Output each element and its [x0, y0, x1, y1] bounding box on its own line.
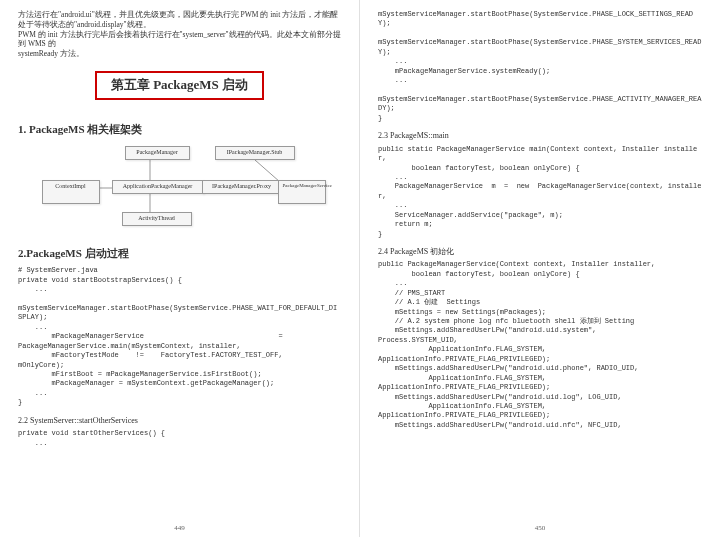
- section-2-title: 2.PackageMS 启动过程: [18, 246, 341, 260]
- framework-diagram: PackageManager IPackageManager.Stub Cont…: [40, 142, 320, 232]
- diagram-box-packagemanager: PackageManager: [125, 146, 190, 160]
- subsection-2-3: 2.3 PackageMS::main: [378, 131, 702, 141]
- diagram-box-pkgmgrservice: PackageManagerService: [278, 180, 326, 204]
- left-page: 方法运行在"android.ui"线程，并且优先级更高，因此要先执行完 PWM …: [0, 0, 360, 537]
- code-block-3: mSystemServiceManager.startBootPhase(Sys…: [378, 10, 702, 123]
- diagram-box-activitythread: ActivityThread: [122, 212, 192, 226]
- diagram-box-apppkgmgr: ApplicationPackageManager: [112, 180, 204, 194]
- diagram-box-proxy: IPackageManager.Proxy: [202, 180, 282, 194]
- svg-line-3: [255, 160, 280, 182]
- subsection-2-4: 2.4 PackageMS 初始化: [378, 247, 702, 257]
- right-page: mSystemServiceManager.startBootPhase(Sys…: [360, 0, 720, 537]
- page-number-left: 449: [0, 524, 359, 533]
- chapter-heading-wrap: 第五章 PackageMS 启动: [18, 67, 341, 112]
- code-block-1: # SystemServer.java private void startBo…: [18, 266, 341, 408]
- chapter-title: 第五章 PackageMS 启动: [95, 71, 264, 100]
- section-1-title: 1. PackageMS 相关框架类: [18, 122, 341, 136]
- page-spread: 方法运行在"android.ui"线程，并且优先级更高，因此要先执行完 PWM …: [0, 0, 720, 537]
- intro-p1: 方法运行在"android.ui"线程，并且优先级更高，因此要先执行完 PWM …: [18, 10, 341, 30]
- code-block-5: public PackageManagerService(Context con…: [378, 260, 702, 430]
- intro-text: 方法运行在"android.ui"线程，并且优先级更高，因此要先执行完 PWM …: [18, 10, 341, 59]
- code-block-2: private void startOtherServices() { ...: [18, 429, 341, 448]
- diagram-box-stub: IPackageManager.Stub: [215, 146, 295, 160]
- code-block-4: public static PackageManagerService main…: [378, 145, 702, 239]
- subsection-2-2: 2.2 SystemServer::startOtherServices: [18, 416, 341, 426]
- page-number-right: 450: [360, 524, 720, 533]
- intro-p3: systemReady 方法。: [18, 49, 341, 59]
- diagram-box-contextimpl: ContextImpl: [42, 180, 100, 204]
- intro-p2: PWM 的 init 方法执行完毕后会接着执行运行在"system_server…: [18, 30, 341, 50]
